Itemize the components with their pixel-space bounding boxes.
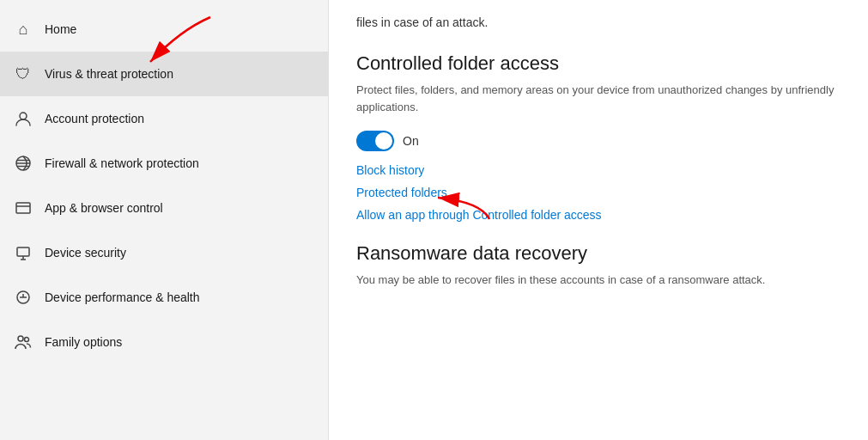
svg-point-5 [25,338,29,342]
sidebar-label-home: Home [45,22,76,36]
sidebar-item-home[interactable]: ⌂ Home [0,7,328,52]
svg-point-4 [18,336,23,341]
device-security-icon [14,243,33,262]
device-perf-icon [14,288,33,307]
protected-folders-link[interactable]: Protected folders [356,186,841,199]
sidebar-item-virus[interactable]: 🛡 Virus & threat protection [0,52,328,96]
home-icon: ⌂ [14,20,33,39]
sidebar-label-app-browser: App & browser control [45,201,163,215]
sidebar-label-account: Account protection [45,112,144,125]
app-browser-icon [14,199,33,217]
firewall-icon [14,154,33,173]
block-history-link[interactable]: Block history [356,163,841,177]
controlled-folder-toggle[interactable] [356,131,394,151]
sidebar-item-firewall[interactable]: Firewall & network protection [0,141,328,186]
sidebar-label-family: Family options [45,335,122,349]
sidebar-item-app-browser[interactable]: App & browser control [0,186,328,230]
svg-rect-2 [16,203,30,213]
allow-app-link[interactable]: Allow an app through Controlled folder a… [356,208,841,222]
controlled-folder-title: Controlled folder access [356,52,841,75]
sidebar-item-account[interactable]: Account protection [0,96,328,141]
sidebar-item-device-perf[interactable]: Device performance & health [0,275,328,320]
shield-icon: 🛡 [14,64,33,83]
ransomware-title: Ransomware data recovery [356,242,841,265]
controlled-folder-desc: Protect files, folders, and memory areas… [356,82,841,115]
sidebar-item-device-security[interactable]: Device security [0,230,328,275]
main-content: files in case of an attack. Controlled f… [329,0,868,440]
intro-text: files in case of an attack. [356,0,841,52]
sidebar-label-firewall: Firewall & network protection [45,156,199,170]
ransomware-desc: You may be able to recover files in thes… [356,272,841,289]
sidebar-label-device-perf: Device performance & health [45,290,200,304]
sidebar-label-device-security: Device security [45,246,126,260]
sidebar-label-virus: Virus & threat protection [45,67,173,81]
toggle-on-label: On [403,134,419,148]
sidebar-item-family[interactable]: Family options [0,320,328,364]
svg-point-0 [20,113,27,119]
account-icon [14,109,33,128]
svg-rect-3 [17,248,29,256]
family-icon [14,333,33,351]
toggle-knob [375,132,392,150]
sidebar: ⌂ Home 🛡 Virus & threat protection Accou… [0,0,329,440]
controlled-folder-toggle-row: On [356,131,841,151]
